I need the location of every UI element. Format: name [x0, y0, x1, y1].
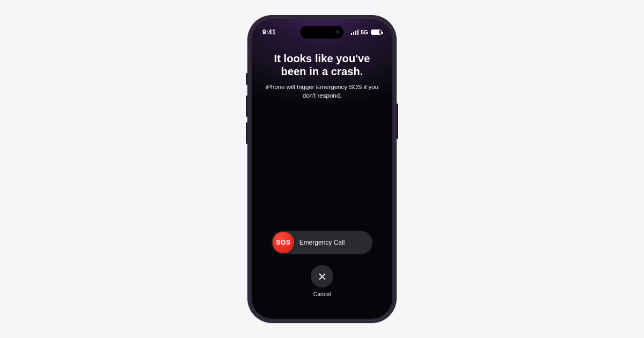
close-icon [318, 272, 327, 281]
volume-down-button [246, 122, 247, 144]
cellular-bars-icon [351, 30, 359, 35]
status-time: 9:41 [262, 28, 276, 36]
cancel-group: Cancel [311, 265, 333, 297]
emergency-call-slider[interactable]: SOS Emergency Call [272, 231, 372, 254]
battery-full-icon [371, 30, 382, 35]
status-bar: 9:41 5G [252, 27, 392, 38]
cancel-button[interactable] [311, 265, 333, 288]
status-right: 5G [351, 30, 382, 35]
sos-knob-label: SOS [276, 239, 291, 246]
canvas: 9:41 5G It looks like you've been in a c… [0, 0, 644, 338]
volume-up-button [246, 95, 247, 117]
cancel-label: Cancel [311, 291, 333, 297]
alert-subtitle: iPhone will trigger Emergency SOS if you… [261, 83, 383, 100]
crash-alert: It looks like you've been in a crash. iP… [252, 53, 392, 100]
ring-silent-switch [246, 73, 247, 85]
screen: 9:41 5G It looks like you've been in a c… [252, 19, 392, 319]
iphone-frame: 9:41 5G It looks like you've been in a c… [247, 15, 397, 323]
sos-knob[interactable]: SOS [273, 232, 294, 253]
emergency-slider-group: SOS Emergency Call [272, 231, 372, 254]
alert-title: It looks like you've been in a crash. [261, 53, 383, 78]
side-button [397, 104, 398, 139]
network-label: 5G [361, 30, 368, 35]
